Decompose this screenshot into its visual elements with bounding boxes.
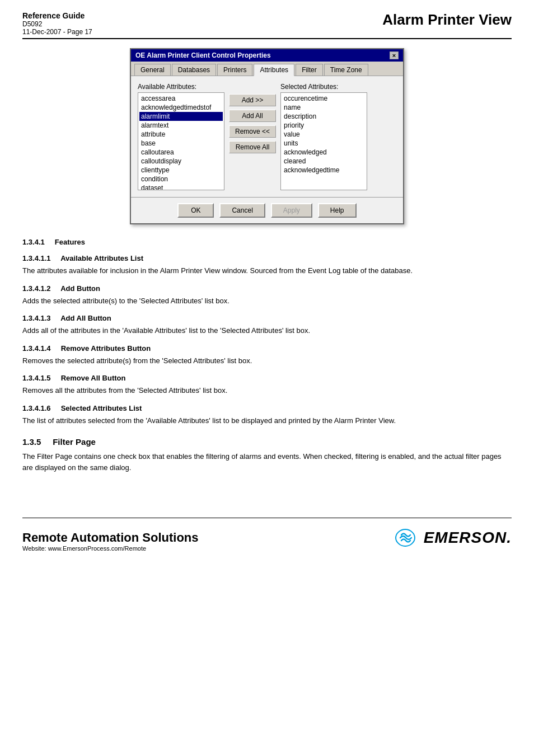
section-13411-body: The attributes available for inclusion i… [22,265,512,276]
add-button[interactable]: Add >> [229,94,276,106]
list-item[interactable]: acknowledgedtimedstof [139,103,223,112]
dialog-title: OE Alarm Printer Client Control Properti… [135,51,271,59]
dialog-content: Available Attributes: accessarea acknowl… [131,76,403,197]
footer-left: Remote Automation Solutions Website: www… [22,530,199,552]
emerson-brand: EMERSON. [424,529,512,547]
section-13416-heading: 1.3.4.1.6 Selected Attributes List [22,404,512,412]
list-item[interactable]: attribute [139,130,223,139]
list-item[interactable]: calloutarea [139,148,223,157]
tab-timezone[interactable]: Time Zone [324,64,368,76]
section-13412-body: Adds the selected attribute(s) to the 'S… [22,295,512,307]
page-header: Reference Guide D5092 11-Dec-2007 - Page… [22,11,512,39]
section-13412-heading: 1.3.4.1.2 Add Button [22,284,512,293]
list-item[interactable]: occurencetime [282,94,366,103]
dialog-tabs: General Databases Printers Attributes Fi… [131,62,403,76]
available-label: Available Attributes: [138,83,224,91]
tab-databases[interactable]: Databases [172,64,216,76]
emerson-logo: EMERSON. [391,524,512,552]
list-item[interactable]: base [139,139,223,148]
company-name: Remote Automation Solutions [22,530,199,545]
section-13413-body: Adds all of the attributes in the 'Avail… [22,325,512,336]
list-item[interactable]: dataset [139,184,223,190]
list-item[interactable]: description [282,112,366,121]
website-url: Website: www.EmersonProcess.com/Remote [22,545,199,552]
list-item[interactable]: calloutdisplay [139,157,223,166]
section-13416-body: The list of attributes selected from the… [22,415,512,426]
dialog-window: OE Alarm Printer Client Control Properti… [130,48,404,224]
list-item[interactable]: acknowledgedtime [282,166,366,175]
apply-button[interactable]: Apply [271,203,312,218]
header-left: Reference Guide D5092 11-Dec-2007 - Page… [22,11,92,36]
tab-filter[interactable]: Filter [296,64,323,76]
section-13413-heading: 1.3.4.1.3 Add All Button [22,314,512,322]
close-icon[interactable]: × [390,51,399,59]
dialog-titlebar: OE Alarm Printer Client Control Properti… [131,49,403,62]
ok-button[interactable]: OK [177,203,214,218]
list-item[interactable]: units [282,139,366,148]
remove-all-button[interactable]: Remove All [229,141,276,153]
list-item[interactable]: value [282,130,366,139]
selected-column: Selected Attributes: occurencetime name … [280,83,367,190]
transfer-buttons: Add >> Add All Remove << Remove All [229,83,276,153]
list-item[interactable]: accessarea [139,94,223,103]
available-column: Available Attributes: accessarea acknowl… [138,83,224,190]
section-13415-heading: 1.3.4.1.5 Remove All Button [22,374,512,382]
emerson-icon [391,524,419,552]
ref-guide-label: Reference Guide [22,11,92,20]
section-135-body: The Filter Page contains one check box t… [22,451,512,473]
available-listbox[interactable]: accessarea acknowledgedtimedstof alarmli… [138,92,224,190]
document-content: 1.3.4.1 Features 1.3.4.1.1 Available Att… [22,238,512,473]
tab-general[interactable]: General [134,64,171,76]
attributes-section: Available Attributes: accessarea acknowl… [138,83,396,190]
section-13414-heading: 1.3.4.1.4 Remove Attributes Button [22,344,512,353]
list-item[interactable]: clienttype [139,166,223,175]
section-1341-heading: 1.3.4.1 Features [22,238,512,246]
doc-date: 11-Dec-2007 - Page 17 [22,28,92,36]
list-item[interactable]: priority [282,121,366,130]
list-item[interactable]: name [282,103,366,112]
section-13415-body: Removes all the attributes from the 'Sel… [22,385,512,396]
section-13414-body: Removes the selected attribute(s) from t… [22,355,512,367]
add-all-button[interactable]: Add All [229,110,276,122]
dialog-footer: OK Cancel Apply Help [131,197,403,223]
list-item[interactable]: acknowledged [282,148,366,157]
page-title: Alarm Printer View [382,11,512,29]
selected-label: Selected Attributes: [280,83,367,91]
list-item[interactable]: condition [139,175,223,184]
list-item[interactable]: alarmlimit [139,112,223,121]
help-button[interactable]: Help [318,203,357,218]
tab-printers[interactable]: Printers [217,64,252,76]
doc-number: D5092 [22,20,92,28]
section-13411-heading: 1.3.4.1.1 Available Attributes List [22,254,512,262]
section-135-heading: 1.3.5 Filter Page [22,437,512,447]
list-item[interactable]: cleared [282,157,366,166]
tab-attributes[interactable]: Attributes [254,64,294,76]
list-item[interactable]: alarmtext [139,121,223,130]
selected-listbox[interactable]: occurencetime name description priority … [280,92,367,190]
page-footer: Remote Automation Solutions Website: www… [22,518,512,552]
cancel-button[interactable]: Cancel [219,203,265,218]
remove-button[interactable]: Remove << [229,125,276,138]
